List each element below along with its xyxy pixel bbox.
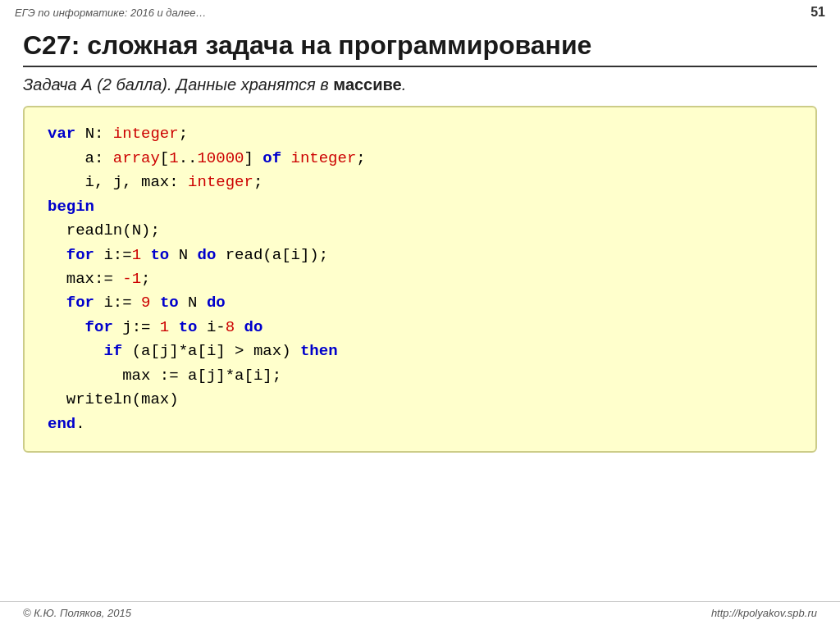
code-line-1: var N: integer; <box>48 122 792 146</box>
code-block: var N: integer; a: array[1..10000] of in… <box>23 106 817 453</box>
footer-url: http://kpolyakov.spb.ru <box>711 607 817 619</box>
page-container: ЕГЭ по информатике: 2016 и далее… 51 С27… <box>0 0 840 629</box>
code-line-5: readln(N); <box>48 219 792 243</box>
code-line-12: writeln(max) <box>48 388 792 412</box>
subtitle-bold: массиве <box>333 75 401 93</box>
code-line-8: for i:= 9 to N do <box>48 291 792 315</box>
code-line-13: end. <box>48 412 792 436</box>
code-line-10: if (a[j]*a[i] > max) then <box>48 340 792 363</box>
code-line-6: for i:=1 to N do read(a[i]); <box>48 244 792 267</box>
top-bar: ЕГЭ по информатике: 2016 и далее… 51 <box>0 0 840 23</box>
page-number: 51 <box>810 5 825 20</box>
subtitle-text: Задача А (2 балла). Данные хранятся в <box>23 75 333 93</box>
code-line-7: max:= -1; <box>48 267 792 291</box>
code-line-9: for j:= 1 to i-8 do <box>48 316 792 340</box>
code-line-4: begin <box>48 195 792 219</box>
top-bar-title: ЕГЭ по информатике: 2016 и далее… <box>15 7 206 19</box>
subtitle: Задача А (2 балла). Данные хранятся в ма… <box>23 75 817 94</box>
footer: © К.Ю. Поляков, 2015 http://kpolyakov.sp… <box>0 601 840 619</box>
code-line-3: i, j, max: integer; <box>48 171 792 194</box>
code-line-2: a: array[1..10000] of integer; <box>48 147 792 171</box>
code-line-11: max := a[j]*a[i]; <box>48 364 792 388</box>
footer-copyright: © К.Ю. Поляков, 2015 <box>23 607 131 619</box>
main-content: С27: сложная задача на программирование … <box>0 23 840 461</box>
slide-title: С27: сложная задача на программирование <box>23 30 817 67</box>
subtitle-end: . <box>402 75 407 93</box>
